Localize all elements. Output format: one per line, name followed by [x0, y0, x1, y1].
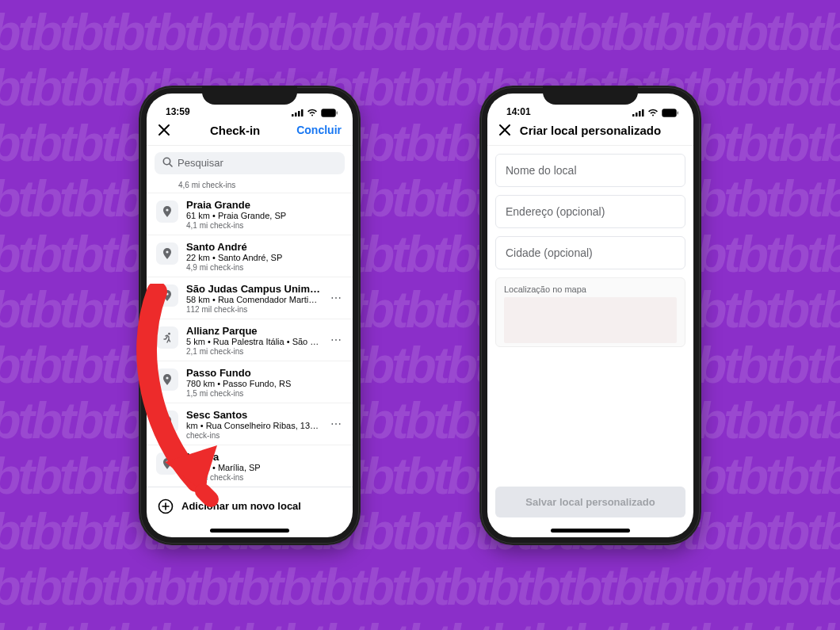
- svg-rect-23: [663, 110, 675, 116]
- item-meta: 4,1 mi check-ins: [186, 221, 343, 230]
- item-sub: 5 km • Rua Palestra Itália • São Paulo,.…: [186, 337, 321, 346]
- city-input[interactable]: Cidade (opcional): [495, 236, 685, 269]
- item-title: Allianz Parque: [186, 325, 321, 337]
- svg-point-9: [166, 208, 168, 211]
- location-list[interactable]: 4,6 mi check-ins Praia Grande 61 km • Pr…: [147, 181, 353, 487]
- list-item[interactable]: Marília 37 km • Marília, SP 1,7 mi check…: [147, 445, 353, 487]
- search-placeholder: Pesquisar: [178, 157, 223, 169]
- svg-rect-1: [295, 113, 297, 116]
- item-sub: 37 km • Marília, SP: [186, 463, 343, 472]
- city-placeholder: Cidade (opcional): [506, 246, 593, 259]
- item-sub: 22 km • Santo André, SP: [186, 253, 343, 262]
- save-button-label: Salvar local personalizado: [525, 496, 655, 508]
- home-indicator[interactable]: [210, 529, 289, 533]
- item-title: Marília: [186, 451, 343, 463]
- list-item[interactable]: Sesc Santos km • Rua Conselheiro Ribas, …: [147, 403, 353, 445]
- item-sub: 61 km • Praia Grande, SP: [186, 211, 343, 220]
- map-placeholder: [504, 297, 677, 343]
- svg-point-13: [166, 376, 168, 379]
- page-title: Check-in: [210, 124, 260, 137]
- item-meta: 1,5 mi check-ins: [186, 389, 343, 398]
- item-meta: check-ins: [186, 431, 321, 440]
- more-icon[interactable]: ⋯: [329, 292, 343, 304]
- nav-header: Check-in Concluir: [147, 117, 353, 146]
- item-sub: 780 km • Passo Fundo, RS: [186, 379, 343, 388]
- page-title: Criar local personalizado: [520, 124, 661, 137]
- svg-point-12: [168, 332, 170, 334]
- pin-icon: [156, 284, 178, 307]
- item-meta: 1,7 mi check-ins: [186, 473, 343, 482]
- search-icon: [162, 157, 173, 170]
- close-button[interactable]: [498, 124, 514, 136]
- svg-line-8: [170, 164, 172, 166]
- item-title: Passo Fundo: [186, 367, 343, 379]
- pin-icon: [156, 452, 178, 475]
- item-title: Santo André: [186, 241, 343, 253]
- item-title: São Judas Campus Unimonte: [186, 283, 321, 295]
- item-meta: 112 mil check-ins: [186, 305, 321, 314]
- item-title: Praia Grande: [186, 199, 343, 211]
- wifi-icon: [647, 109, 659, 116]
- list-item[interactable]: Praia Grande 61 km • Praia Grande, SP 4,…: [147, 193, 353, 235]
- pin-icon: [156, 242, 178, 265]
- item-sub: km • Rua Conselheiro Ribas, 136 -...: [186, 421, 321, 430]
- item-meta: 2,1 mi check-ins: [186, 347, 321, 356]
- svg-rect-19: [636, 113, 638, 116]
- pin-icon: [156, 368, 178, 391]
- svg-point-14: [166, 418, 168, 421]
- list-item[interactable]: Passo Fundo 780 km • Passo Fundo, RS 1,5…: [147, 361, 353, 403]
- more-icon[interactable]: ⋯: [329, 334, 343, 346]
- close-button[interactable]: [158, 124, 174, 136]
- item-meta: 4,9 mi check-ins: [186, 263, 343, 272]
- signal-icon: [292, 109, 304, 116]
- map-location-box[interactable]: Localização no mapa: [495, 277, 685, 347]
- pin-icon: [156, 410, 178, 433]
- status-time: 14:01: [506, 106, 531, 117]
- save-button[interactable]: Salvar local personalizado: [495, 487, 685, 517]
- list-item[interactable]: Santo André 22 km • Santo André, SP 4,9 …: [147, 235, 353, 277]
- address-input[interactable]: Endereço (opcional): [495, 195, 685, 228]
- list-item[interactable]: Allianz Parque 5 km • Rua Palestra Itáli…: [147, 319, 353, 361]
- svg-point-10: [166, 250, 168, 253]
- item-sub: 58 km • Rua Comendador Martins , 52...: [186, 295, 321, 304]
- list-item[interactable]: São Judas Campus Unimonte 58 km • Rua Co…: [147, 277, 353, 319]
- svg-rect-5: [323, 110, 334, 116]
- pin-icon: [156, 200, 178, 223]
- add-location-button[interactable]: Adicionar um novo local: [147, 487, 353, 525]
- svg-rect-21: [642, 109, 644, 116]
- wifi-icon: [307, 109, 318, 116]
- search-input[interactable]: Pesquisar: [155, 152, 345, 174]
- battery-icon: [662, 109, 679, 117]
- svg-rect-20: [639, 111, 641, 116]
- plus-circle-icon: [158, 498, 174, 514]
- add-location-label: Adicionar um novo local: [181, 500, 301, 512]
- done-button[interactable]: Concluir: [296, 124, 342, 136]
- item-title: Sesc Santos: [186, 409, 321, 421]
- svg-rect-6: [337, 111, 338, 114]
- battery-icon: [321, 109, 338, 117]
- signal-icon: [632, 109, 644, 116]
- nav-header: Criar local personalizado: [487, 117, 693, 146]
- activity-icon: [156, 326, 178, 349]
- svg-rect-2: [298, 111, 300, 116]
- phone-right: 14:01 Criar local persona: [479, 86, 701, 545]
- list-pre-meta: 4,6 mi check-ins: [147, 181, 353, 193]
- place-name-input[interactable]: Nome do local: [495, 154, 685, 187]
- map-label: Localização no mapa: [504, 284, 677, 294]
- svg-rect-3: [301, 109, 304, 116]
- svg-rect-24: [678, 111, 679, 114]
- phone-left: 13:59 Check-in Co: [139, 86, 361, 545]
- home-indicator[interactable]: [551, 529, 630, 533]
- address-placeholder: Endereço (opcional): [506, 205, 605, 218]
- svg-point-11: [166, 292, 168, 295]
- place-name-placeholder: Nome do local: [506, 164, 577, 177]
- status-time: 13:59: [166, 106, 190, 117]
- svg-point-15: [166, 460, 168, 463]
- more-icon[interactable]: ⋯: [329, 418, 343, 430]
